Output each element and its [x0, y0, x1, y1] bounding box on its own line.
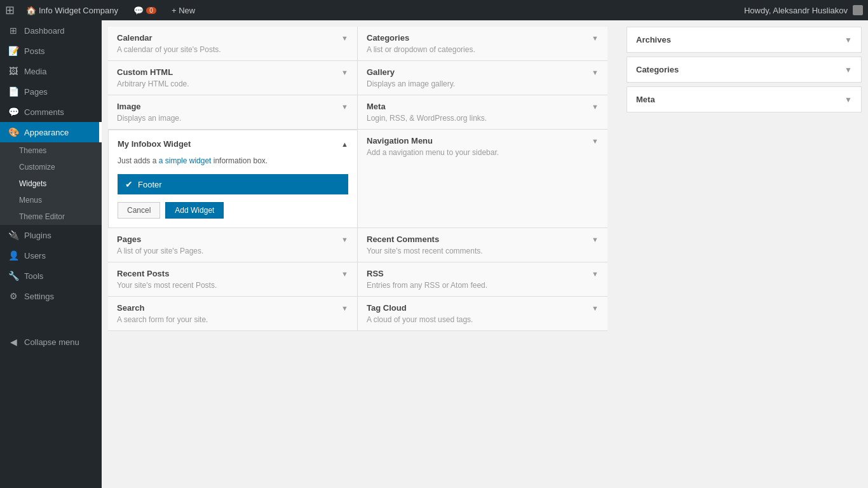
sidebar-widget-meta: Meta ▼ [627, 86, 862, 112]
collapse-icon: ◀ [8, 337, 19, 347]
settings-icon: ⚙ [8, 291, 19, 301]
sidebar-item-menus[interactable]: Menus [0, 192, 102, 208]
widget-calendar[interactable]: Calendar ▼ A calendar of your site's Pos… [108, 27, 358, 61]
recent-posts-expand-icon: ▼ [341, 270, 348, 278]
appearance-icon: 🎨 [8, 127, 19, 137]
admin-bar: ⊞ 🏠 Info Widget Company 💬 0 + New Howdy,… [0, 0, 868, 20]
categories-widget-header[interactable]: Categories ▼ [627, 57, 861, 82]
archives-widget-header[interactable]: Archives ▼ [627, 27, 861, 52]
meta-expand-icon: ▼ [592, 103, 599, 111]
sidebar-collapse[interactable]: ◀ Collapse menu [0, 332, 102, 352]
sidebar-item-customize[interactable]: Customize [0, 159, 102, 175]
sidebar-item-pages[interactable]: 📄 Pages [0, 81, 102, 102]
archives-expand-icon: ▼ [844, 36, 852, 44]
available-widgets-panel: Calendar ▼ A calendar of your site's Pos… [108, 27, 620, 488]
sidebar-item-widgets[interactable]: Widgets [0, 175, 102, 192]
widget-navigation-menu[interactable]: Navigation Menu ▼ Add a navigation menu … [358, 130, 607, 228]
pages-expand-icon: ▼ [341, 236, 348, 243]
pages-icon: 📄 [8, 86, 19, 97]
widget-recent-posts[interactable]: Recent Posts ▼ Your site's most recent P… [108, 262, 358, 297]
sidebar-item-theme-editor[interactable]: Theme Editor [0, 208, 102, 225]
sidebar-item-comments[interactable]: 💬 Comments [0, 102, 102, 122]
widget-list: Calendar ▼ A calendar of your site's Pos… [108, 27, 607, 331]
media-icon: 🖼 [8, 66, 19, 76]
categories-expand-icon: ▼ [592, 34, 599, 42]
widget-categories[interactable]: Categories ▼ A list or dropdown of categ… [358, 27, 607, 61]
sidebar-item-posts[interactable]: 📝 Posts [0, 41, 102, 61]
categories-sw-expand-icon: ▼ [844, 65, 852, 74]
sidebar-item-appearance[interactable]: 🎨 Appearance [0, 122, 102, 142]
plugins-icon: 🔌 [8, 230, 19, 240]
comments-count-badge: 0 [146, 7, 156, 14]
appearance-submenu: Themes Customize Widgets Menus Theme Edi… [0, 142, 102, 225]
widget-image[interactable]: Image ▼ Displays an image. [108, 95, 358, 130]
adminbar-new[interactable]: + New [168, 0, 199, 20]
comments-icon: 💬 [8, 107, 19, 117]
widget-pages[interactable]: Pages ▼ A list of your site's Pages. [108, 228, 358, 262]
widget-meta[interactable]: Meta ▼ Login, RSS, & WordPress.org links… [358, 95, 607, 130]
sidebar-item-themes[interactable]: Themes [0, 142, 102, 159]
rss-expand-icon: ▼ [592, 270, 599, 278]
sidebar-widget-categories: Categories ▼ [627, 57, 862, 83]
users-icon: 👤 [8, 250, 19, 261]
widget-add-buttons: Cancel Add Widget [118, 202, 348, 219]
widget-rss[interactable]: RSS ▼ Entries from any RSS or Atom feed. [358, 262, 607, 297]
checkmark-icon: ✔ [125, 179, 133, 189]
gallery-expand-icon: ▼ [592, 69, 599, 76]
infobox-desc-link[interactable]: a simple widget [159, 156, 212, 165]
admin-sidebar: ⊞ Dashboard 📝 Posts 🖼 Media 📄 Pages 💬 Co… [0, 20, 102, 488]
add-widget-button[interactable]: Add Widget [165, 202, 224, 219]
infobox-collapse-icon: ▲ [341, 140, 348, 148]
sidebar-item-media[interactable]: 🖼 Media [0, 61, 102, 81]
image-expand-icon: ▼ [341, 103, 348, 111]
wp-logo-icon[interactable]: ⊞ [5, 3, 15, 17]
dashboard-icon: ⊞ [8, 25, 19, 36]
recent-comments-expand-icon: ▼ [592, 236, 599, 243]
meta-widget-header[interactable]: Meta ▼ [627, 87, 861, 112]
nav-menu-expand-icon: ▼ [592, 137, 599, 145]
sidebar-widgets-panel: Archives ▼ Categories ▼ Meta ▼ [620, 27, 862, 488]
sidebar-item-users[interactable]: 👤 Users [0, 245, 102, 266]
widget-gallery[interactable]: Gallery ▼ Displays an image gallery. [358, 61, 607, 95]
sidebar-widget-archives: Archives ▼ [627, 27, 862, 53]
cancel-button[interactable]: Cancel [118, 202, 160, 219]
adminbar-site-name[interactable]: 🏠 Info Widget Company [22, 0, 122, 20]
search-expand-icon: ▼ [341, 304, 348, 312]
footer-sidebar-selector[interactable]: ✔ Footer [118, 174, 348, 194]
widget-my-infobox-expanded: My Infobox Widget ▲ Just adds a a simple… [108, 130, 358, 228]
widget-tag-cloud[interactable]: Tag Cloud ▼ A cloud of your most used ta… [358, 297, 607, 331]
calendar-expand-icon: ▼ [341, 34, 348, 42]
tag-cloud-expand-icon: ▼ [592, 304, 599, 312]
sidebar-item-dashboard[interactable]: ⊞ Dashboard [0, 20, 102, 41]
adminbar-user: Howdy, Aleksandr Husliakov [744, 5, 863, 15]
adminbar-comments[interactable]: 💬 0 [130, 0, 160, 20]
sidebar-item-settings[interactable]: ⚙ Settings [0, 286, 102, 306]
tools-icon: 🔧 [8, 271, 19, 281]
meta-sw-expand-icon: ▼ [844, 95, 852, 104]
main-content: Calendar ▼ A calendar of your site's Pos… [102, 20, 868, 488]
posts-icon: 📝 [8, 46, 19, 56]
widget-recent-comments[interactable]: Recent Comments ▼ Your site's most recen… [358, 228, 607, 262]
sidebar-item-plugins[interactable]: 🔌 Plugins [0, 225, 102, 245]
widget-custom-html[interactable]: Custom HTML ▼ Arbitrary HTML code. [108, 61, 358, 95]
sidebar-item-tools[interactable]: 🔧 Tools [0, 266, 102, 286]
user-avatar [853, 5, 863, 15]
widget-search[interactable]: Search ▼ A search form for your site. [108, 297, 358, 331]
custom-html-expand-icon: ▼ [341, 69, 348, 76]
